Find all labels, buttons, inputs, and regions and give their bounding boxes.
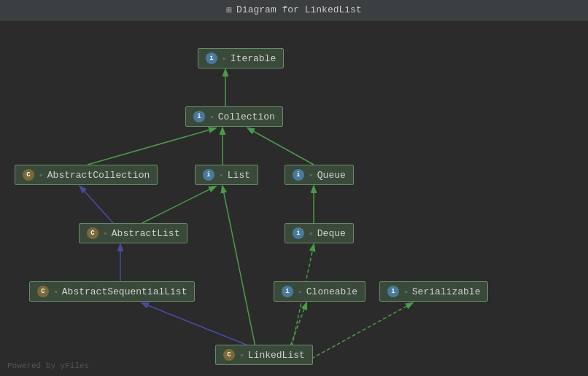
badge-collection: i [193, 111, 205, 122]
label-deque: Deque [317, 228, 346, 239]
label-abstractlist: AbstractList [112, 228, 180, 239]
badge-abstractlist: C [87, 227, 98, 239]
diagram-icon: ⊞ [226, 4, 232, 16]
badge-list: i [203, 169, 214, 181]
node-linkedlist[interactable]: C « LinkedList [215, 345, 313, 365]
label-list: List [228, 170, 250, 181]
badge-deque: i [293, 227, 304, 239]
node-iterable[interactable]: i « Iterable [198, 48, 284, 68]
badge-cloneable: i [282, 286, 293, 297]
node-abstractlist[interactable]: C « AbstractList [79, 223, 187, 243]
node-collection[interactable]: i « Collection [185, 106, 283, 127]
label-collection: Collection [218, 111, 275, 122]
badge-abstractcollection: C [23, 169, 34, 181]
node-abstractsequentiallist[interactable]: C « AbstractSequentialList [29, 281, 195, 302]
svg-line-5 [142, 187, 215, 223]
svg-line-4 [80, 187, 113, 223]
node-abstractcollection[interactable]: C « AbstractCollection [15, 165, 158, 185]
node-serializable[interactable]: i « Serializable [379, 281, 488, 302]
label-linkedlist: LinkedList [248, 350, 305, 361]
diagram-area: i « Iterable i « Collection C « Abstract… [0, 20, 588, 376]
label-cloneable: Cloneable [306, 286, 357, 297]
label-serializable: Serializable [412, 286, 481, 297]
badge-iterable: i [206, 52, 217, 64]
arrows-svg [0, 20, 588, 376]
title-bar: ⊞ Diagram for LinkedList [0, 0, 588, 20]
badge-abstractsequentiallist: C [37, 286, 49, 297]
watermark: Powered by yFiles [7, 361, 89, 370]
svg-line-8 [142, 303, 252, 347]
node-list[interactable]: i « List [195, 165, 258, 185]
node-queue[interactable]: i « Queue [285, 165, 354, 185]
node-cloneable[interactable]: i « Cloneable [274, 281, 365, 302]
badge-queue: i [293, 169, 304, 181]
label-abstractsequentiallist: AbstractSequentialList [62, 286, 187, 297]
badge-linkedlist: C [223, 349, 235, 361]
node-deque[interactable]: i « Deque [285, 223, 354, 243]
svg-line-3 [248, 128, 314, 165]
svg-line-1 [88, 128, 215, 165]
svg-line-12 [306, 303, 412, 361]
label-abstractcollection: AbstractCollection [47, 170, 150, 181]
svg-line-9 [223, 187, 255, 347]
badge-serializable: i [387, 286, 399, 297]
label-queue: Queue [317, 170, 346, 181]
label-iterable: Iterable [231, 53, 276, 64]
title-label: Diagram for LinkedList [236, 4, 362, 15]
